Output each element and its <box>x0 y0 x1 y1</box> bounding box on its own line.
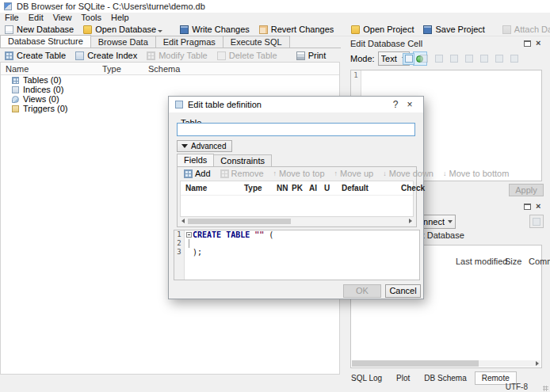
encoding-indicator[interactable]: UTF-8 <box>506 382 528 391</box>
menu-tools[interactable]: Tools <box>76 13 106 23</box>
menu-view[interactable]: View <box>48 13 77 23</box>
clone-database-button[interactable] <box>529 215 544 228</box>
move-to-top-button: ↑Move to top <box>269 169 329 178</box>
menu-file[interactable]: File <box>0 13 24 23</box>
scroll-left-arrow-icon[interactable] <box>181 219 185 223</box>
create-table-button[interactable]: Create Table <box>0 49 71 62</box>
move-down-label: Move down <box>389 169 434 178</box>
import-file-button[interactable] <box>433 53 445 65</box>
print-button[interactable]: Print <box>292 49 331 62</box>
scroll-right-arrow-icon[interactable] <box>536 361 539 366</box>
scroll-right-arrow-icon[interactable] <box>409 219 412 223</box>
tree-column-type[interactable]: Type <box>102 64 121 74</box>
remote-column-commit[interactable]: Commit <box>529 257 550 266</box>
grid-column-nn[interactable]: NN <box>277 184 288 192</box>
remote-hscroll-thumb[interactable] <box>352 360 479 367</box>
tab-edit-pragmas[interactable]: Edit Pragmas <box>155 36 223 48</box>
fields-hscrollbar[interactable] <box>180 218 414 225</box>
menu-help[interactable]: Help <box>106 13 134 23</box>
revert-changes-icon <box>259 25 268 34</box>
tab-execute-sql[interactable]: Execute SQL <box>223 36 290 48</box>
table-name-input[interactable] <box>177 123 415 136</box>
edit-cell-header[interactable]: Edit Database Cell × <box>343 37 548 49</box>
dock-tab-db-schema[interactable]: DB Schema <box>418 372 472 384</box>
main-tab-bar: Database StructureBrowse DataEdit Pragma… <box>0 36 341 48</box>
export-file-button[interactable] <box>448 53 460 65</box>
text-mode-icon <box>405 55 413 63</box>
fields-grid[interactable]: NameTypeNNPKAIUDefaultCheck <box>180 181 414 217</box>
open-database-button[interactable]: Open Database <box>78 23 167 36</box>
tab-database-structure[interactable]: Database Structure <box>0 35 91 48</box>
import-file-icon <box>435 55 443 63</box>
add-button[interactable]: Add <box>180 169 215 178</box>
tab-browse-data[interactable]: Browse Data <box>90 36 156 48</box>
close-panel-icon[interactable]: × <box>536 202 545 211</box>
modify-table-label: Modify Table <box>159 51 208 60</box>
tree-column-name[interactable]: Name <box>6 64 29 74</box>
apply-button[interactable]: Apply <box>509 184 544 196</box>
move-to-top-label: Move to top <box>279 169 324 178</box>
fields-hscroll-thumb[interactable] <box>188 219 291 224</box>
fold-marker-icon[interactable] <box>186 232 192 238</box>
mode-label: Mode: <box>350 54 375 63</box>
sql-line: ); <box>186 248 419 257</box>
float-panel-icon[interactable] <box>524 202 533 211</box>
save-as-button[interactable] <box>463 53 475 65</box>
app-icon <box>4 2 12 10</box>
grid-column-check[interactable]: Check <box>401 184 425 192</box>
attach-database-button: Attach Database <box>498 23 550 36</box>
grid-column-pk[interactable]: PK <box>292 184 303 192</box>
dock-tab-plot[interactable]: Plot <box>390 372 416 384</box>
dialog-close-button[interactable]: × <box>403 99 417 110</box>
tree-item-tables[interactable]: Tables (0) <box>1 75 339 85</box>
write-changes-button[interactable]: Write Changes <box>175 23 254 36</box>
text-mode-button[interactable] <box>403 53 414 65</box>
sql-line-number: 3 <box>174 248 184 257</box>
open-project-button[interactable]: Open Project <box>346 23 418 36</box>
tree-column-schema[interactable]: Schema <box>148 64 180 74</box>
sql-preview[interactable]: 123 CREATE TABLE "" (); <box>174 230 420 280</box>
remote-hscrollbar[interactable] <box>352 360 540 367</box>
edit-table-definition-dialog: Edit table definition ? × Table Advanced… <box>168 96 424 299</box>
fullscreen-button[interactable] <box>478 53 490 65</box>
sql-token: CREATE TABLE <box>193 230 250 239</box>
grid-column-name[interactable]: Name <box>185 184 207 192</box>
title-bar[interactable]: DB Browser for SQLite - C:\Users\turne\d… <box>0 0 550 13</box>
ok-button[interactable]: OK <box>343 284 381 298</box>
grid-column-u[interactable]: U <box>324 184 330 192</box>
dialog-title-bar[interactable]: Edit table definition ? × <box>169 97 423 112</box>
tree-header[interactable]: Name Type Schema <box>1 63 339 75</box>
dock-tab-sql-log[interactable]: SQL Log <box>345 372 388 384</box>
sql-gutter: 123 <box>174 230 185 280</box>
advanced-toggle-button[interactable]: Advanced <box>177 140 232 152</box>
grid-column-ai[interactable]: AI <box>309 184 317 192</box>
menu-edit[interactable]: Edit <box>24 13 48 23</box>
grid-column-default[interactable]: Default <box>342 184 369 192</box>
save-project-button[interactable]: Save Project <box>418 23 489 36</box>
sql-code: CREATE TABLE "" (); <box>185 230 419 280</box>
remote-column-size[interactable]: Size <box>505 257 521 266</box>
float-panel-icon[interactable] <box>524 39 533 48</box>
create-index-label: Create Index <box>87 51 137 60</box>
tree-item-label: Triggers (0) <box>23 104 67 113</box>
resize-grip[interactable] <box>543 386 548 391</box>
close-panel-icon[interactable]: × <box>536 39 545 48</box>
add-field-icon <box>184 169 193 178</box>
cancel-button[interactable]: Cancel <box>385 284 421 298</box>
cell-mode-row: Mode: Text <box>350 51 544 67</box>
set-null-button[interactable] <box>493 53 505 65</box>
create-index-button[interactable]: Create Index <box>71 49 142 62</box>
create-table-icon <box>5 51 13 60</box>
dialog-tab-fields[interactable]: Fields <box>177 154 214 166</box>
dialog-tab-constraints[interactable]: Constraints <box>213 154 272 166</box>
sql-line-number: 2 <box>174 239 184 248</box>
print-cell-button[interactable] <box>508 53 520 65</box>
cell-toolbar <box>403 51 520 67</box>
remote-column-last-modified[interactable]: Last modified <box>456 257 507 266</box>
word-wrap-button[interactable] <box>418 53 430 65</box>
revert-changes-button[interactable]: Revert Changes <box>254 23 339 36</box>
new-database-button[interactable]: New Database <box>0 23 78 36</box>
tree-item-indices[interactable]: Indices (0) <box>1 85 339 94</box>
dialog-help-button[interactable]: ? <box>388 99 403 110</box>
grid-column-type[interactable]: Type <box>244 184 262 192</box>
